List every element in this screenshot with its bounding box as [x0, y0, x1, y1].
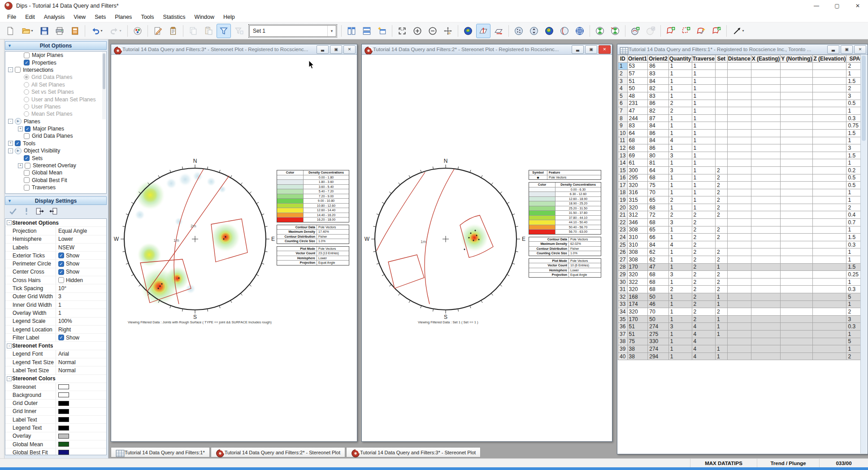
table-row[interactable]: 16295681120.5: [618, 174, 867, 182]
tree-expander-icon[interactable]: +: [18, 163, 23, 168]
table-row[interactable]: 116884411: [618, 137, 867, 144]
tree-item-intersections[interactable]: -Intersections: [5, 66, 106, 74]
checkbox-icon[interactable]: ✓: [25, 126, 30, 132]
property-legend-location[interactable]: Legend LocationRight: [5, 326, 106, 334]
child-minimize-icon[interactable]: ▃: [317, 45, 329, 54]
chevron-down-icon[interactable]: ▾: [327, 26, 336, 36]
property-stereonet-fonts[interactable]: -Stereonet Fonts: [5, 342, 106, 350]
color-swatch[interactable]: [58, 426, 69, 431]
property-filter-label[interactable]: Filter Label✓Show: [5, 334, 106, 342]
table-row[interactable]: 136980311.5: [618, 152, 867, 159]
tree-item-major-planes[interactable]: Major Planes: [5, 52, 106, 59]
wire-globe-button[interactable]: [573, 24, 587, 38]
set-fuzzy-button[interactable]: [679, 24, 693, 38]
document-tab[interactable]: Tutorial 14 Data Query and Filters:1*: [111, 447, 210, 457]
table-row[interactable]: 2234668320.7: [618, 219, 867, 226]
clipboard-button[interactable]: [166, 24, 180, 38]
tree-item-mean-set-planes[interactable]: Mean Set Planes: [5, 110, 106, 118]
checkbox-icon[interactable]: [24, 170, 30, 176]
zoom-out-button[interactable]: [425, 24, 440, 38]
tree-item-planes[interactable]: -▶Planes: [5, 118, 106, 125]
color-swatch[interactable]: [58, 450, 69, 455]
table-row[interactable]: 27308621221: [618, 256, 867, 264]
pen-button[interactable]: [151, 24, 165, 38]
property-legend-text[interactable]: Legend Text: [5, 424, 106, 432]
maximize-icon[interactable]: ▢: [827, 0, 847, 12]
table-row[interactable]: 126886113: [618, 144, 867, 152]
column-header-orient2[interactable]: Orient2: [648, 55, 668, 63]
tree-item-properties[interactable]: ✓Properties: [5, 59, 106, 66]
table-row[interactable]: 98384110.75: [618, 122, 867, 130]
color-swatch[interactable]: [58, 442, 69, 447]
table-row[interactable]: 35170501213: [618, 315, 867, 323]
set-filter-combobox[interactable]: Set 1▾: [249, 25, 336, 37]
property-hemisphere[interactable]: HemisphereLower: [5, 235, 106, 244]
checkbox-icon[interactable]: [24, 52, 30, 58]
property-exterior-ticks[interactable]: Exterior Ticks✓Show: [5, 252, 106, 260]
check-icon[interactable]: [9, 207, 17, 217]
plane-arrow-button[interactable]: [491, 24, 506, 38]
menu-analysis[interactable]: Analysis: [39, 13, 69, 22]
child-restore-icon[interactable]: ▣: [330, 45, 342, 54]
chevron-down-icon[interactable]: ▾: [31, 29, 33, 33]
stereonet-window-3[interactable]: Tutorial 14 Data Query and Filters:3* - …: [111, 44, 357, 442]
tree-item-traverses[interactable]: Traverses: [5, 184, 106, 191]
table-scrollbar[interactable]: [860, 55, 867, 453]
radio-icon[interactable]: [24, 89, 29, 95]
fit-button[interactable]: [395, 24, 409, 38]
menu-file[interactable]: File: [3, 13, 21, 22]
checkbox-icon[interactable]: [24, 177, 30, 183]
checkbox-icon[interactable]: ✓: [58, 261, 64, 267]
checkbox-icon[interactable]: ✓: [24, 155, 30, 161]
checkbox-icon[interactable]: ✓: [58, 269, 64, 275]
tree-item-major-planes[interactable]: +✓Major Planes: [5, 125, 106, 132]
table-header-row[interactable]: IDOrient1Orient2QuantityTraverseSetDista…: [618, 55, 867, 63]
checkbox-icon[interactable]: [24, 185, 30, 191]
child-window-titlebar[interactable]: Tutorial 14 Data Query and Filters:3* - …: [111, 44, 357, 55]
table-row[interactable]: 21312722220.4: [618, 211, 867, 219]
group-expander-icon[interactable]: -: [7, 376, 12, 381]
property-overlay[interactable]: Overlay: [5, 432, 106, 440]
checkbox-icon[interactable]: ✓: [58, 335, 64, 340]
chevron-down-icon[interactable]: ▾: [742, 29, 744, 33]
property-overlay-width[interactable]: Overlay Width1: [5, 309, 106, 317]
property-legend-font[interactable]: Legend FontArial: [5, 350, 106, 358]
set-check-button[interactable]: [709, 24, 724, 38]
table-row[interactable]: 34320701222: [618, 308, 867, 316]
table-row[interactable]: 20320681122: [618, 204, 867, 211]
collapsed-panel-strip[interactable]: [0, 39, 4, 458]
property-center-cross[interactable]: Center Cross✓Show: [5, 268, 106, 276]
tile-v-button[interactable]: [344, 24, 359, 38]
orientation-data-table[interactable]: IDOrient1Orient2QuantityTraverseSetDista…: [618, 55, 867, 360]
menu-planes[interactable]: Planes: [110, 13, 136, 22]
property-grid-inner[interactable]: Grid Inner: [5, 408, 106, 416]
tree-item-object-visibility[interactable]: -▶Object Visibility: [5, 147, 106, 154]
radio-icon[interactable]: [24, 111, 29, 117]
stereonet-canvas-2[interactable]: NESW1m SymbolFeature◆Pole VectorsColorDe…: [362, 55, 612, 441]
property-legend-scale[interactable]: Legend Scale100%: [5, 318, 106, 326]
contour-plot-button[interactable]: [542, 24, 556, 38]
tree-item-tools[interactable]: +✓Tools: [5, 140, 106, 147]
child-close-icon[interactable]: ✕: [854, 45, 866, 54]
tree-expander-icon[interactable]: -: [8, 148, 13, 153]
menu-help[interactable]: Help: [219, 13, 239, 22]
set-wand-button[interactable]: [694, 24, 708, 38]
menu-statistics[interactable]: Statistics: [159, 13, 190, 22]
property-legend-text-size[interactable]: Legend Text SizeNormal: [5, 358, 106, 366]
child-minimize-icon[interactable]: ▃: [827, 45, 839, 54]
radio-icon[interactable]: [24, 97, 29, 102]
major-planes-button[interactable]: [557, 24, 572, 38]
funnel-button[interactable]: [217, 24, 231, 38]
child-window-titlebar[interactable]: Tutorial 14 Data Query and Filters:1* - …: [617, 44, 868, 55]
tree-item-global-best-fit[interactable]: Global Best Fit: [5, 177, 106, 184]
property-labels[interactable]: LabelsNSEW: [5, 244, 106, 252]
color-swatch[interactable]: [58, 409, 69, 414]
property-cross-hairs[interactable]: Cross HairsHidden: [5, 276, 106, 284]
child-close-icon[interactable]: ✕: [599, 45, 611, 54]
color-swatch[interactable]: [58, 417, 69, 422]
tree-item-stereonet-overlay[interactable]: +Stereonet Overlay: [5, 162, 106, 169]
table-row[interactable]: 23308651221: [618, 226, 867, 234]
tree-item-set-vs-set-planes[interactable]: Set vs Set Planes: [5, 88, 106, 96]
table-row[interactable]: 15300643120.2: [618, 166, 867, 174]
menu-edit[interactable]: Edit: [21, 13, 39, 22]
